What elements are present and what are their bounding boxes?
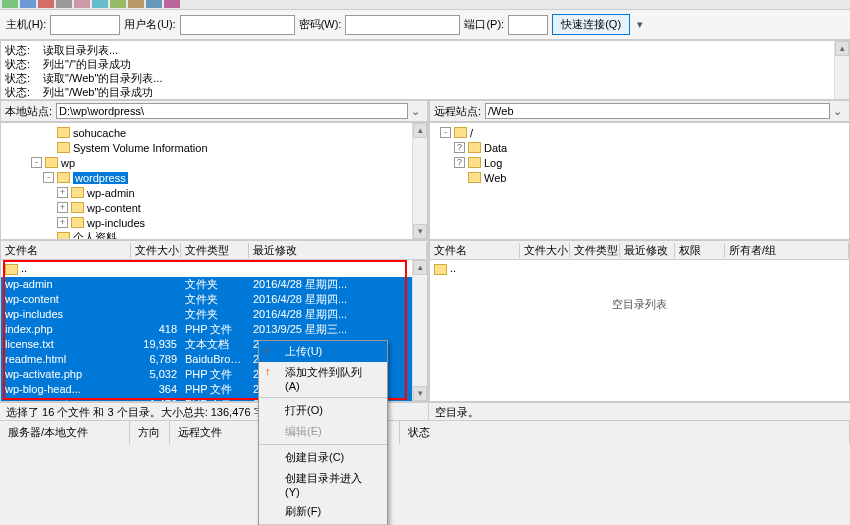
expander-icon[interactable]: ? — [454, 157, 465, 168]
col-type[interactable]: 文件类型 — [181, 243, 249, 258]
separator — [259, 444, 387, 445]
upload-icon: ↑ — [265, 344, 277, 356]
host-input[interactable] — [50, 15, 120, 35]
updir-label: .. — [21, 262, 27, 274]
toolbar-icon[interactable] — [92, 0, 108, 8]
scrollbar[interactable]: ▴ — [834, 41, 849, 99]
tree-node[interactable]: Web — [432, 170, 847, 185]
tree-node[interactable]: -wp — [3, 155, 425, 170]
remote-path-input[interactable] — [485, 103, 830, 119]
tree-node[interactable]: 个人资料 — [3, 230, 425, 240]
chevron-down-icon[interactable]: ⌄ — [830, 105, 845, 118]
port-input[interactable] — [508, 15, 548, 35]
updir-row[interactable]: .. — [1, 260, 427, 277]
toolbar-icon[interactable] — [38, 0, 54, 8]
expander-icon[interactable]: + — [57, 217, 68, 228]
tree-node[interactable]: -wordpress — [3, 170, 425, 185]
scroll-up-icon[interactable]: ▴ — [835, 41, 849, 56]
tree-label: Log — [484, 157, 502, 169]
user-input[interactable] — [180, 15, 295, 35]
remote-status-footer: 空目录。 — [429, 402, 850, 420]
tree-node[interactable]: System Volume Information — [3, 140, 425, 155]
remote-site-label: 远程站点: — [434, 104, 481, 119]
col-direction[interactable]: 方向 — [130, 421, 170, 444]
col-size[interactable]: 文件大小 — [131, 243, 181, 258]
updir-label: .. — [450, 262, 456, 274]
tree-label: Web — [484, 172, 506, 184]
folder-icon — [57, 232, 70, 240]
expander-icon[interactable]: - — [31, 157, 42, 168]
folder-icon — [45, 157, 58, 168]
local-tree[interactable]: sohucacheSystem Volume Information-wp-wo… — [0, 122, 428, 240]
folder-icon — [454, 127, 467, 138]
col-status[interactable]: 状态 — [400, 421, 850, 444]
menu-open[interactable]: 打开(O) — [259, 400, 387, 421]
menu-mkdir[interactable]: 创建目录(C) — [259, 447, 387, 468]
updir-row[interactable]: .. — [430, 260, 849, 277]
col-perm[interactable]: 权限 — [675, 243, 725, 258]
local-site-bar: 本地站点: ⌄ — [0, 100, 428, 122]
toolbar-icon[interactable] — [110, 0, 126, 8]
col-size[interactable]: 文件大小 — [520, 243, 570, 258]
col-owner[interactable]: 所有者/组 — [725, 243, 849, 258]
toolbar-icon[interactable] — [56, 0, 72, 8]
file-row[interactable]: wp-admin文件夹2016/4/28 星期四... — [1, 277, 427, 292]
toolbar-icon[interactable] — [146, 0, 162, 8]
col-server[interactable]: 服务器/本地文件 — [0, 421, 130, 444]
expander-icon[interactable]: + — [57, 187, 68, 198]
menu-refresh[interactable]: 刷新(F) — [259, 501, 387, 522]
local-path-input[interactable] — [56, 103, 408, 119]
toolbar-icon[interactable] — [164, 0, 180, 8]
pass-input[interactable] — [345, 15, 460, 35]
col-modified[interactable]: 最近修改 — [249, 243, 427, 258]
empty-message: 空目录列表 — [430, 277, 849, 312]
queue-header: 服务器/本地文件 方向 远程文件 状态 — [0, 420, 850, 444]
expander-icon[interactable]: - — [43, 172, 54, 183]
quickconnect-dropdown[interactable]: ▾ — [634, 18, 646, 31]
tree-label: wp — [61, 157, 75, 169]
file-row[interactable]: wp-includes文件夹2016/4/28 星期四... — [1, 307, 427, 322]
tree-node[interactable]: +wp-content — [3, 200, 425, 215]
menu-add-queue[interactable]: ↑添加文件到队列(A) — [259, 362, 387, 395]
host-label: 主机(H): — [6, 17, 46, 32]
tree-label: wp-admin — [87, 187, 135, 199]
local-list-header: 文件名 文件大小 文件类型 最近修改 — [0, 240, 428, 260]
tree-label: wp-content — [87, 202, 141, 214]
tree-node[interactable]: sohucache — [3, 125, 425, 140]
tree-node[interactable]: -/ — [432, 125, 847, 140]
remote-file-list[interactable]: .. 空目录列表 — [429, 260, 850, 402]
context-menu: ↑上传(U) ↑添加文件到队列(A) 打开(O) 编辑(E) 创建目录(C) 创… — [258, 340, 388, 525]
toolbar-icon[interactable] — [74, 0, 90, 8]
expander-icon[interactable]: ? — [454, 142, 465, 153]
tree-node[interactable]: +wp-includes — [3, 215, 425, 230]
col-type[interactable]: 文件类型 — [570, 243, 620, 258]
expander-icon[interactable]: + — [57, 202, 68, 213]
toolbar-icon[interactable] — [20, 0, 36, 8]
folder-icon — [71, 187, 84, 198]
remote-site-bar: 远程站点: ⌄ — [429, 100, 850, 122]
col-name[interactable]: 文件名 — [1, 243, 131, 258]
tree-label: wp-includes — [87, 217, 145, 229]
toolbar-icon[interactable] — [2, 0, 18, 8]
tree-label: 个人资料 — [73, 230, 117, 240]
quickconnect-button[interactable]: 快速连接(Q) — [552, 14, 630, 35]
chevron-down-icon[interactable]: ⌄ — [408, 105, 423, 118]
expander-icon[interactable]: - — [440, 127, 451, 138]
menu-mkdir-cd[interactable]: 创建目录并进入(Y) — [259, 468, 387, 501]
folder-icon — [468, 157, 481, 168]
remote-tree[interactable]: -/?Data?LogWeb — [429, 122, 850, 240]
col-name[interactable]: 文件名 — [430, 243, 520, 258]
file-row[interactable]: wp-content文件夹2016/4/28 星期四... — [1, 292, 427, 307]
scrollbar[interactable]: ▴▾ — [412, 123, 427, 239]
toolbar — [0, 0, 850, 10]
col-modified[interactable]: 最近修改 — [620, 243, 675, 258]
toolbar-icon[interactable] — [128, 0, 144, 8]
tree-label: System Volume Information — [73, 142, 208, 154]
scrollbar[interactable]: ▴▾ — [412, 260, 427, 401]
tree-node[interactable]: ?Data — [432, 140, 847, 155]
port-label: 端口(P): — [464, 17, 504, 32]
file-row[interactable]: index.php418PHP 文件2013/9/25 星期三... — [1, 322, 427, 337]
tree-node[interactable]: ?Log — [432, 155, 847, 170]
menu-upload[interactable]: ↑上传(U) — [259, 341, 387, 362]
tree-node[interactable]: +wp-admin — [3, 185, 425, 200]
